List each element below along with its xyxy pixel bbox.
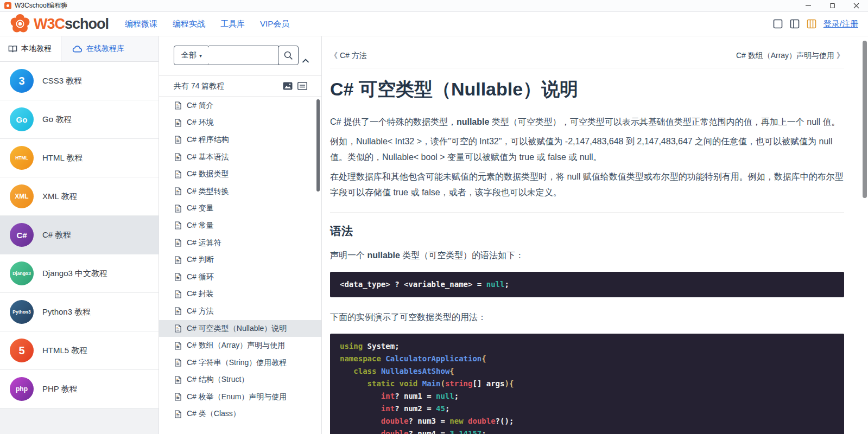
tutorial-list-item[interactable]: HTML HTML 教程 bbox=[0, 139, 159, 177]
login-register-link[interactable]: 登录/注册 bbox=[823, 19, 858, 29]
restore-button[interactable] bbox=[820, 0, 844, 11]
filter-dropdown[interactable]: 全部 ▾ bbox=[174, 46, 210, 65]
w3cschool-flower-icon bbox=[10, 14, 30, 34]
tutorial-label: PHP 教程 bbox=[42, 384, 78, 394]
search-area: 全部 ▾ bbox=[159, 36, 321, 76]
tutorial-icon: Django3 bbox=[10, 261, 34, 285]
tutorial-icon: C# bbox=[10, 223, 34, 247]
tutorial-list-item[interactable]: XML XML 教程 bbox=[0, 177, 159, 216]
chapter-list-item[interactable]: C# 环境 bbox=[159, 114, 321, 132]
chapter-list-item[interactable]: C# 封装 bbox=[159, 286, 321, 303]
chapter-list-item[interactable]: C# 程序结构 bbox=[159, 131, 321, 149]
document-icon bbox=[174, 153, 181, 161]
layout-three-column-icon[interactable] bbox=[807, 19, 816, 29]
chapter-list-item[interactable]: C# 变量 bbox=[159, 200, 321, 218]
tutorial-list-item[interactable]: 5 HTML5 教程 bbox=[0, 331, 159, 370]
cloud-icon bbox=[72, 45, 83, 53]
chapter-list-item[interactable]: C# 字符串（String）使用教程 bbox=[159, 354, 321, 372]
tutorial-list-item[interactable]: Go Go 教程 bbox=[0, 100, 159, 139]
close-button[interactable] bbox=[844, 0, 868, 11]
tutorial-list-item[interactable]: php PHP 教程 bbox=[0, 370, 159, 409]
search-input[interactable] bbox=[209, 46, 278, 65]
search-button[interactable] bbox=[278, 46, 299, 65]
tab-online-library[interactable]: 在线教程库 bbox=[61, 36, 133, 61]
content-scrollbar-thumb[interactable] bbox=[863, 41, 867, 198]
chapter-list-item[interactable]: C# 数组（Array）声明与使用 bbox=[159, 337, 321, 354]
tutorial-list-item[interactable]: Django3 Django3 中文教程 bbox=[0, 254, 159, 293]
tutorial-label: Go 教程 bbox=[42, 114, 72, 125]
chapter-list-item[interactable]: C# 类（Class） bbox=[159, 406, 321, 423]
section-divider bbox=[330, 212, 844, 213]
window-titlebar: W3Cschool编程狮 bbox=[0, 0, 868, 12]
chapter-list-item[interactable]: C# 简介 bbox=[159, 97, 321, 114]
text-mode-icon[interactable] bbox=[297, 82, 307, 90]
w3cschool-logo[interactable]: W3Cschool bbox=[10, 14, 109, 34]
chapter-label: C# 环境 bbox=[187, 118, 214, 127]
chapter-list-item[interactable]: C# 循环 bbox=[159, 269, 321, 286]
document-icon bbox=[174, 410, 181, 418]
chapter-list-item[interactable]: C# 运算符 bbox=[159, 234, 321, 252]
layout-two-column-icon[interactable] bbox=[790, 19, 800, 29]
chapter-label: C# 程序结构 bbox=[187, 135, 229, 145]
image-mode-icon[interactable] bbox=[283, 82, 293, 90]
tab-local-tutorials[interactable]: 本地教程 bbox=[0, 36, 61, 61]
chapter-label: C# 循环 bbox=[187, 272, 214, 282]
document-icon bbox=[174, 256, 181, 264]
chapter-list-item[interactable]: C# 类型转换 bbox=[159, 183, 321, 200]
tutorial-icon: HTML bbox=[10, 146, 34, 170]
tutorial-list-item[interactable]: C# C# 教程 bbox=[0, 216, 159, 254]
prev-chapter-link[interactable]: 《 C# 方法 bbox=[330, 51, 367, 61]
chapter-label: C# 枚举（Enum）声明与使用 bbox=[187, 392, 287, 402]
document-icon bbox=[174, 376, 181, 384]
window-title: W3Cschool编程狮 bbox=[15, 1, 67, 10]
collapse-button[interactable] bbox=[299, 46, 313, 75]
chapter-panel: 全部 ▾ 共有 74 篇教程 bbox=[159, 36, 322, 434]
chapter-label: C# 结构（Struct） bbox=[187, 375, 249, 385]
chapter-list-item[interactable]: C# 可空类型（Nullable）说明 bbox=[159, 320, 321, 337]
minimize-button[interactable] bbox=[796, 0, 820, 11]
close-icon bbox=[853, 3, 859, 9]
document-icon bbox=[174, 393, 181, 401]
chapter-list-item[interactable]: C# 判断 bbox=[159, 251, 321, 269]
chapter-label: C# 运算符 bbox=[187, 238, 221, 248]
paragraph: 例如，Nullable< Int32 >，读作"可空的 Int32"，可以被赋值… bbox=[330, 133, 844, 165]
tutorial-icon: XML bbox=[10, 184, 34, 208]
chapter-list-item[interactable]: C# 方法 bbox=[159, 303, 321, 320]
document-icon bbox=[174, 170, 181, 178]
chapter-list-item[interactable]: C# 基本语法 bbox=[159, 149, 321, 166]
app-icon bbox=[4, 2, 11, 9]
nav-link[interactable]: 编程微课 bbox=[125, 19, 157, 29]
header-nav: 编程微课编程实战工具库VIP会员 bbox=[125, 19, 289, 29]
tutorial-list-item[interactable]: 3 CSS3 教程 bbox=[0, 62, 159, 100]
nav-link[interactable]: 工具库 bbox=[220, 19, 245, 29]
tutorial-list-item[interactable]: Python3 Python3 教程 bbox=[0, 293, 159, 331]
chapter-list-item[interactable]: C# 数据类型 bbox=[159, 165, 321, 183]
chapter-scrollbar-thumb[interactable] bbox=[316, 99, 320, 192]
chapter-list-item[interactable]: C# 枚举（Enum）声明与使用 bbox=[159, 388, 321, 406]
search-icon bbox=[283, 50, 293, 60]
tutorial-sidebar: 本地教程 在线教程库 3 CSS3 教程 Go Go 教程 H bbox=[0, 36, 159, 434]
tutorial-icon: Python3 bbox=[10, 300, 34, 324]
book-icon bbox=[8, 45, 17, 53]
chapter-list-item[interactable]: C# 结构（Struct） bbox=[159, 372, 321, 389]
document-icon bbox=[174, 221, 181, 229]
tutorial-label: CSS3 教程 bbox=[42, 76, 82, 86]
tutorial-label: XML 教程 bbox=[42, 192, 77, 202]
chapter-label: C# 变量 bbox=[187, 203, 214, 213]
sidebar-tabs: 本地教程 在线教程库 bbox=[0, 36, 159, 62]
chapter-list-item[interactable]: C# 常量 bbox=[159, 217, 321, 234]
next-chapter-link[interactable]: C# 数组（Array）声明与使用 》 bbox=[736, 51, 844, 61]
chapter-label: C# 方法 bbox=[187, 307, 214, 316]
breadcrumb: 《 C# 方法 C# 数组（Array）声明与使用 》 bbox=[330, 36, 844, 68]
filter-label: 全部 bbox=[181, 50, 197, 60]
chapter-label: C# 封装 bbox=[187, 289, 214, 299]
app-header: W3Cschool 编程微课编程实战工具库VIP会员 登录/注册 bbox=[0, 12, 868, 36]
tutorial-label: Python3 教程 bbox=[42, 307, 91, 317]
layout-single-icon[interactable] bbox=[773, 19, 783, 29]
nav-link[interactable]: 编程实战 bbox=[173, 19, 205, 29]
chapter-label: C# 数组（Array）声明与使用 bbox=[187, 341, 285, 350]
nav-link[interactable]: VIP会员 bbox=[260, 19, 289, 29]
document-icon bbox=[174, 101, 181, 110]
chapter-count: 共有 74 篇教程 bbox=[174, 81, 283, 91]
tutorial-list: 3 CSS3 教程 Go Go 教程 HTML HTML 教程 XML XML … bbox=[0, 62, 159, 409]
